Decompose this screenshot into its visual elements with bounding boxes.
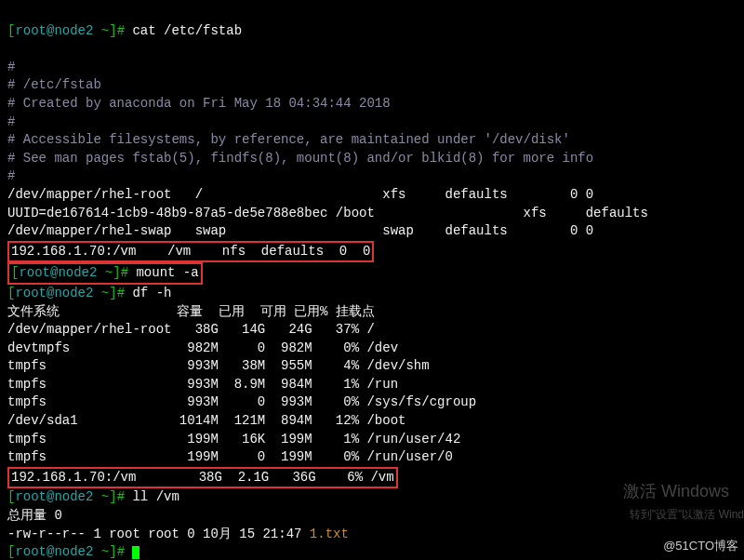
highlight-mount-cmd: [root@node2 ~]# mount -a — [7, 262, 203, 285]
df-row: /dev/mapper/rhel-root 38G 14G 24G 37% / — [7, 322, 375, 337]
cursor[interactable] — [132, 546, 140, 559]
df-row: tmpfs 993M 8.9M 984M 1% /run — [7, 377, 398, 392]
df-row: tmpfs 993M 0 993M 0% /sys/fs/cgroup — [7, 394, 476, 409]
fstab-comment: # — [7, 60, 15, 74]
fstab-comment: # Created by anaconda on Fri May 18 04:3… — [7, 96, 391, 111]
highlight-df-nfs: 192.168.1.70:/vm 38G 2.1G 36G 6% /vm — [7, 467, 398, 489]
ll-row: -rw-r--r-- 1 root root 0 10月 15 21:47 — [7, 527, 310, 541]
df-row: tmpfs 199M 0 199M 0% /run/user/0 — [7, 449, 453, 464]
df-row: devtmpfs 982M 0 982M 0% /dev — [7, 340, 398, 355]
command-df[interactable]: df -h — [132, 286, 171, 300]
highlight-fstab-nfs: 192.168.1.70:/vm /vm nfs defaults 0 0 — [7, 241, 374, 263]
fstab-comment: # /etc/fstab — [7, 77, 101, 92]
ll-total: 总用量 0 — [7, 508, 62, 523]
footer-tag: @51CTO博客 — [663, 538, 738, 554]
df-row: tmpfs 199M 16K 199M 1% /run/user/42 — [7, 432, 460, 447]
fstab-entry: UUID=de167614-1cb9-48b9-87a5-de5e788e8be… — [7, 206, 648, 220]
fstab-entry: /dev/mapper/rhel-swap swap swap defaults… — [7, 223, 593, 238]
windows-watermark-title: 激活 Windows — [623, 480, 729, 503]
ll-file-icon: 1.txt — [310, 527, 349, 541]
fstab-comment: # — [7, 168, 15, 183]
fstab-comment: # — [7, 114, 15, 129]
df-row: tmpfs 993M 38M 955M 4% /dev/shm — [7, 358, 430, 373]
terminal-output: [root@node2 ~]# cat /etc/fstab # # /etc/… — [0, 0, 744, 560]
fstab-entry: /dev/mapper/rhel-root / xfs defaults 0 0 — [7, 187, 593, 202]
command-mount[interactable]: mount -a — [136, 265, 198, 280]
command-cat[interactable]: cat /etc/fstab — [132, 23, 242, 38]
fstab-comment: # Accessible filesystems, by reference, … — [7, 132, 570, 147]
fstab-comment: # See man pages fstab(5), findfs(8), mou… — [7, 151, 593, 166]
df-row: /dev/sda1 1014M 121M 894M 12% /boot — [7, 413, 405, 428]
df-header: 文件系统 容量 已用 可用 已用% 挂载点 — [7, 304, 375, 319]
windows-watermark-sub: 转到"设置"以激活 Wind — [630, 507, 744, 523]
command-ll[interactable]: ll /vm — [132, 489, 179, 504]
